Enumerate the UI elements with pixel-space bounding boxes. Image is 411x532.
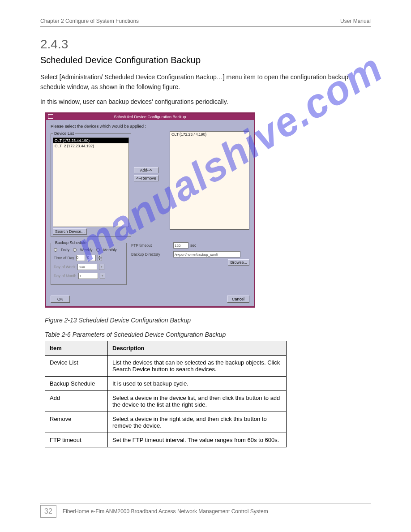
chevron-down-icon[interactable]: ▾ [99, 264, 104, 270]
device-list-left[interactable]: OLT (172.23.44.190) OLT_2 (172.23.44.192… [53, 137, 129, 227]
day-of-week-label: Day of Week [54, 265, 76, 269]
dialog-window: Scheduled Device Configuration Backup Pl… [45, 112, 255, 308]
list-item[interactable]: OLT (172.23.44.190) [171, 132, 248, 137]
sysmenu-icon[interactable] [48, 114, 53, 119]
ftp-timeout-label: FTP timeout [131, 243, 171, 248]
cancel-button[interactable]: Cancel [227, 296, 249, 303]
section-title: Scheduled Device Configuration Backup [40, 55, 371, 65]
page-header: Chapter 2 Configure of System Functions … [40, 18, 371, 26]
table-header-item: Item [45, 341, 108, 356]
time-min-input[interactable]: 0 [87, 255, 96, 261]
monthly-radio[interactable] [96, 248, 100, 252]
page-footer: 32 FiberHome e-Fim ANM2000 Broadband Acc… [40, 503, 371, 518]
remove-button[interactable]: <--Remove [134, 175, 158, 181]
table-header-desc: Description [108, 341, 287, 356]
table-row: Backup ScheduleIt is used to set backup … [45, 377, 287, 391]
daily-label: Daily [61, 248, 69, 252]
list-item[interactable]: OLT_2 (172.23.44.192) [53, 143, 128, 149]
table-row: RemoveSelect a device in the right side,… [45, 412, 287, 433]
table-row: Device ListList the devices that can be … [45, 356, 287, 377]
device-list-legend: Device List [53, 131, 75, 136]
weekly-radio[interactable] [73, 248, 77, 252]
add-button[interactable]: Add--> [134, 167, 158, 173]
search-device-button[interactable]: Search Device... [53, 228, 87, 235]
header-left: Chapter 2 Configure of System Functions [40, 18, 139, 24]
dialog-titlebar: Scheduled Device Configuration Backup [46, 114, 254, 120]
ftp-timeout-unit: sec [190, 243, 196, 248]
day-of-week-combo[interactable]: Sun. [77, 264, 97, 270]
browse-button[interactable]: Browse... [228, 259, 249, 266]
figure-caption: Figure 2-13 Scheduled Device Configurati… [45, 317, 371, 324]
backup-directory-input[interactable]: /export/home/backup_confi [173, 251, 240, 257]
backup-schedule-legend: Backup Schedule [54, 240, 88, 245]
day-of-month-combo[interactable]: 1 [78, 273, 98, 279]
time-hour-input[interactable]: 0 [76, 255, 85, 261]
section-para2: In this window, user can backup devices'… [40, 97, 371, 107]
ftp-timeout-input[interactable]: 120 [173, 242, 188, 249]
table-row: AddSelect a device in the device list, a… [45, 391, 287, 412]
time-spinner[interactable]: ▲▼ [98, 255, 102, 261]
time-of-day-label: Time of Day [54, 256, 74, 260]
day-of-month-label: Day of Month [54, 274, 77, 278]
section-number: 2.4.3 [40, 37, 371, 51]
footer-doc-title: FiberHome e-Fim ANM2000 Broadband Access… [63, 508, 268, 515]
table-row: FTP timeoutSet the FTP timeout interval.… [45, 433, 287, 447]
backup-directory-label: Backup Directory [131, 252, 171, 257]
dialog-title-text: Scheduled Device Configuration Backup [114, 115, 186, 119]
chevron-down-icon[interactable]: ▾ [100, 273, 105, 279]
list-item[interactable]: OLT (172.23.44.190) [53, 138, 128, 143]
section-para1: Select [Administration/ Scheduled Device… [40, 73, 371, 92]
header-right: User Manual [340, 18, 371, 24]
monthly-label: Monthly [103, 248, 117, 252]
page-number: 32 [40, 505, 56, 518]
dialog-instruction: Please select the devices which would be… [51, 124, 249, 129]
table-caption: Table 2-6 Parameters of Scheduled Device… [45, 331, 371, 338]
weekly-label: Weekly [80, 248, 93, 252]
ok-button[interactable]: OK [51, 296, 70, 303]
parameters-table: Item Description Device ListList the dev… [45, 341, 287, 447]
device-list-right[interactable]: OLT (172.23.44.190) [170, 131, 249, 230]
daily-radio[interactable] [54, 248, 57, 252]
